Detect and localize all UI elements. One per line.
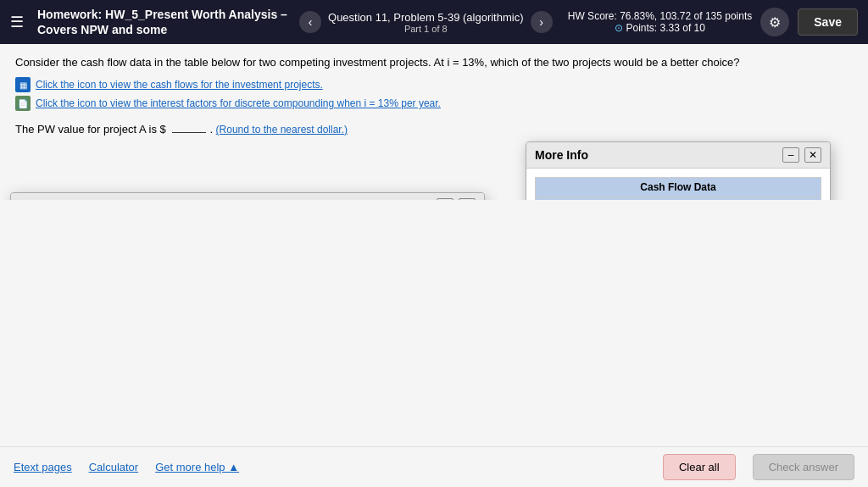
problem-text: Consider the cash flow data in the table… <box>15 56 853 69</box>
question-label: Question 11, Problem 5-39 (algorithmic) … <box>328 11 524 34</box>
settings-button[interactable]: ⚙ <box>760 8 789 36</box>
factors-modal-title: More Info <box>19 199 73 200</box>
pw-blank <box>172 132 206 133</box>
cash-flow-link[interactable]: ▦ Click the icon to view the cash flows … <box>15 77 853 92</box>
save-button[interactable]: Save <box>798 8 858 36</box>
round-note: (Round to the nearest dollar.) <box>216 124 348 136</box>
cashflow-modal: More Info – ✕ Cash Flow Data (Unit: $ th… <box>526 141 831 200</box>
cashflow-subtitle: (Unit: $ thousand) <box>536 197 821 201</box>
factors-modal-controls: – ✕ <box>437 198 476 200</box>
pw-answer-line: The PW value for project A is $ . (Round… <box>15 123 853 136</box>
header: ☰ Homework: HW_5_Present Worth Analysis … <box>0 0 868 44</box>
click-info-list: ▦ Click the icon to view the cash flows … <box>15 77 853 111</box>
prev-question-button[interactable]: ‹ <box>299 11 321 33</box>
next-question-button[interactable]: › <box>531 11 553 33</box>
factors-modal: More Info – ✕ N Single Payment Equal Pay… <box>10 192 485 200</box>
cashflow-minimize-button[interactable]: – <box>782 147 799 163</box>
question-nav: ‹ Question 11, Problem 5-39 (algorithmic… <box>299 11 553 34</box>
homework-title: Homework: HW_5_Present Worth Analysis – … <box>37 7 287 37</box>
cashflow-modal-header: More Info – ✕ <box>526 142 830 169</box>
menu-icon[interactable]: ☰ <box>10 13 24 31</box>
document-icon: 📄 <box>15 96 31 111</box>
cashflow-modal-body: Cash Flow Data (Unit: $ thousand) n Proj… <box>526 169 830 200</box>
interest-factors-link[interactable]: 📄 Click the icon to view the interest fa… <box>15 96 853 111</box>
cashflow-close-button[interactable]: ✕ <box>804 147 821 163</box>
cashflow-modal-controls: – ✕ <box>782 147 821 163</box>
factors-minimize-button[interactable]: – <box>437 198 453 200</box>
main-content: Consider the cash flow data in the table… <box>0 44 868 200</box>
cashflow-table: Cash Flow Data (Unit: $ thousand) n Proj… <box>535 177 821 200</box>
factors-close-button[interactable]: ✕ <box>459 198 476 200</box>
cashflow-title: Cash Flow Data <box>536 178 821 197</box>
cashflow-modal-title: More Info <box>535 148 588 162</box>
factors-modal-header: More Info – ✕ <box>11 193 484 200</box>
score-display: HW Score: 76.83%, 103.72 of 135 points ⊙… <box>568 10 752 34</box>
table-icon: ▦ <box>15 77 31 92</box>
